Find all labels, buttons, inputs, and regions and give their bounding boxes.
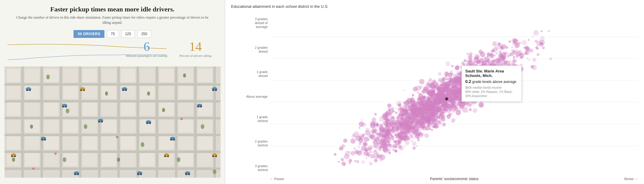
svg-point-1343 [509, 41, 511, 43]
svg-point-1934 [478, 62, 480, 64]
svg-point-1985 [397, 142, 399, 143]
svg-point-2018 [349, 154, 351, 155]
passenger-car-icon [164, 153, 169, 157]
svg-point-86 [66, 109, 69, 113]
svg-rect-24 [121, 69, 135, 82]
svg-point-1673 [429, 78, 432, 81]
svg-rect-18 [7, 69, 20, 82]
svg-point-2119 [500, 46, 504, 50]
svg-point-2033 [358, 127, 360, 129]
svg-rect-1 [5, 83, 221, 86]
svg-point-1862 [403, 137, 405, 140]
highlighted-dot[interactable] [445, 97, 448, 100]
svg-point-2192 [443, 93, 445, 95]
btn-125-drivers[interactable]: 125 [121, 30, 135, 38]
svg-point-2120 [414, 100, 415, 102]
svg-point-2203 [413, 115, 415, 118]
svg-point-2316 [448, 114, 451, 116]
car-icon [137, 171, 142, 175]
svg-point-2030 [447, 74, 450, 77]
svg-point-2276 [516, 43, 518, 45]
svg-point-1394 [479, 50, 483, 54]
svg-point-273 [464, 59, 467, 62]
svg-point-279 [473, 108, 477, 113]
svg-point-2010 [540, 36, 545, 41]
svg-point-2137 [359, 121, 364, 127]
svg-point-129 [11, 155, 13, 157]
svg-point-614 [419, 79, 424, 84]
svg-rect-71 [179, 136, 193, 149]
svg-rect-67 [102, 136, 116, 149]
svg-point-1462 [421, 90, 425, 93]
svg-point-809 [507, 55, 509, 58]
svg-point-95 [147, 91, 150, 96]
btn-50-drivers[interactable]: 50 DRIVERS [74, 30, 104, 38]
svg-point-92 [63, 157, 66, 162]
svg-point-1643 [394, 149, 398, 153]
svg-point-1800 [391, 117, 394, 119]
svg-point-2325 [417, 108, 419, 111]
svg-point-1635 [425, 87, 427, 90]
car-icon [197, 104, 202, 108]
x-axis-center: Parents' socioeconomic status [430, 177, 479, 181]
svg-point-2293 [433, 107, 435, 110]
y-label-1-ahead: 1 gradeahead [231, 70, 268, 78]
svg-point-1971 [369, 134, 373, 139]
svg-rect-75 [44, 153, 59, 166]
svg-point-1061 [348, 151, 350, 153]
svg-point-355 [532, 58, 537, 62]
svg-point-1880 [531, 65, 534, 69]
car-icon [98, 119, 103, 123]
svg-point-2082 [394, 133, 397, 136]
svg-point-2304 [423, 113, 425, 114]
svg-point-114 [170, 139, 172, 140]
svg-rect-16 [194, 66, 197, 178]
svg-point-117 [197, 106, 199, 107]
svg-point-1771 [523, 53, 525, 55]
svg-rect-29 [7, 86, 20, 99]
svg-point-2313 [435, 119, 437, 121]
svg-point-2331 [430, 88, 435, 93]
svg-point-2184 [416, 145, 418, 147]
y-label-3-ahead: 3 gradesahead ofaverage [231, 17, 268, 29]
svg-point-1422 [351, 151, 355, 155]
svg-rect-38 [179, 86, 193, 99]
svg-rect-31 [44, 86, 59, 99]
svg-rect-61 [198, 119, 212, 133]
svg-point-1819 [369, 162, 371, 163]
svg-point-2341 [434, 103, 435, 104]
svg-point-2153 [491, 56, 493, 58]
svg-point-2236 [453, 107, 456, 110]
svg-point-2136 [401, 130, 404, 134]
svg-point-2336 [401, 123, 405, 127]
btn-75-drivers[interactable]: 75 [107, 30, 119, 38]
passenger-car-icon [11, 153, 16, 157]
svg-point-1687 [496, 52, 498, 55]
svg-point-1235 [467, 53, 469, 55]
svg-point-553 [416, 97, 417, 98]
passenger-car-icon [212, 153, 217, 157]
svg-rect-33 [83, 86, 97, 99]
svg-point-292 [412, 94, 414, 97]
svg-point-1569 [516, 56, 517, 57]
btn-250-drivers[interactable]: 250 [137, 30, 151, 38]
svg-point-1976 [473, 62, 476, 65]
svg-point-232 [361, 119, 363, 121]
svg-point-2308 [482, 60, 485, 63]
svg-point-108 [122, 89, 124, 91]
svg-point-566 [391, 107, 394, 110]
svg-point-84 [46, 75, 50, 79]
svg-point-2222 [395, 108, 397, 109]
svg-point-2315 [501, 52, 506, 58]
svg-point-307 [497, 41, 499, 42]
svg-point-2125 [412, 100, 414, 102]
svg-point-2305 [441, 94, 442, 95]
svg-point-135 [164, 155, 166, 157]
car-icon [170, 137, 175, 141]
svg-point-2155 [374, 113, 377, 115]
svg-point-520 [528, 59, 530, 61]
right-panel: Educational attainment in each school di… [225, 0, 644, 184]
tooltip-grade: 0.2 grade levels above average [465, 79, 518, 84]
car-icon [122, 87, 127, 91]
svg-rect-5 [5, 151, 221, 153]
